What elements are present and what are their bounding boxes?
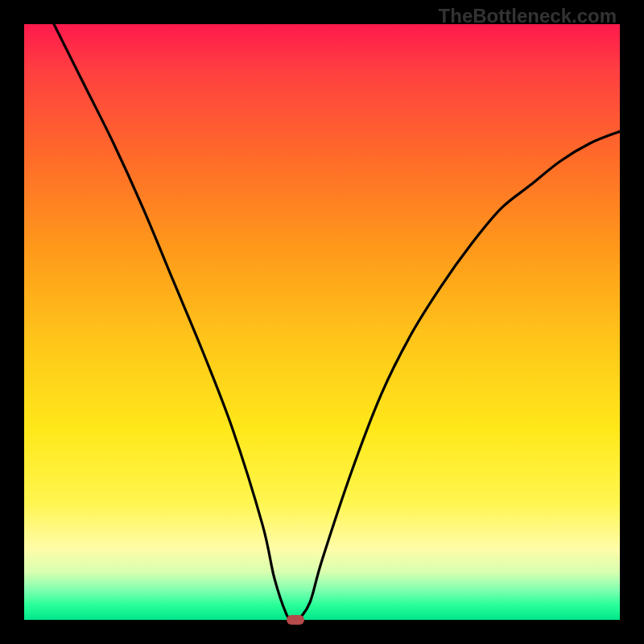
optimal-point-marker (287, 615, 304, 625)
chart-frame: TheBottleneck.com (0, 0, 644, 644)
plot-area (24, 24, 620, 620)
bottleneck-curve (24, 24, 620, 620)
